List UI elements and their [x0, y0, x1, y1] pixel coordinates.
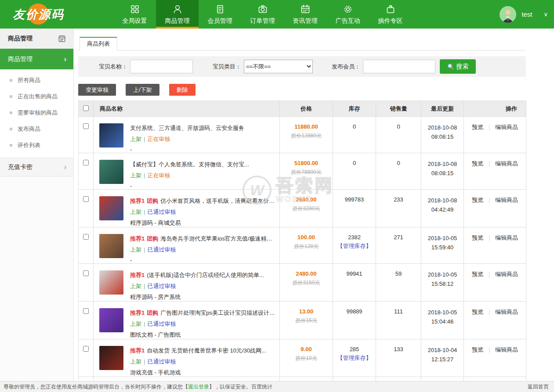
sales-value: 0 [376, 117, 421, 153]
logout-link[interactable]: 退出登录 [188, 383, 209, 391]
publisher-input[interactable] [363, 60, 435, 73]
nav-item-商品管理[interactable]: 商品管理 [156, 0, 199, 29]
row-checkbox[interactable] [83, 270, 89, 276]
search-icon [447, 63, 454, 70]
stock-value: 0 [333, 160, 376, 166]
edit-product-link[interactable]: 编辑商品 [495, 346, 518, 353]
row-checkbox[interactable] [83, 123, 89, 129]
on-shelf-status: 上架 [130, 358, 141, 365]
tab-product-list[interactable]: 商品列表 [80, 37, 117, 50]
preview-link[interactable]: 预览 [472, 271, 483, 277]
edit-product-link[interactable]: 编辑商品 [495, 124, 518, 130]
product-thumbnail[interactable] [99, 346, 123, 370]
edit-product-link[interactable]: 编辑商品 [495, 309, 518, 315]
product-tag: 团购 [147, 235, 158, 242]
nav-item-插件专区[interactable]: 插件专区 [369, 0, 412, 29]
price-value: 51800.00 [280, 160, 333, 166]
product-thumbnail[interactable] [99, 308, 123, 332]
category-select[interactable]: ==不限== [244, 60, 313, 73]
sidebar-item-recharge-cards[interactable]: 充值卡密 › [0, 158, 73, 176]
price-value: 2680.00 [280, 196, 333, 203]
product-category: 图纸文档 - 广告图纸 [130, 331, 275, 339]
audit-status: 已通过审核 [147, 209, 176, 215]
row-checkbox[interactable] [83, 196, 89, 202]
product-thumbnail[interactable] [99, 234, 123, 258]
nav-item-全局设置[interactable]: 全局设置 [113, 0, 156, 29]
back-home-link[interactable]: 返回首页 [528, 383, 549, 391]
product-title[interactable]: 推荐1(送手机版)适合中介门店或经纪人使用的简单... [130, 271, 264, 279]
product-status: 上架|已通过审核 [130, 282, 264, 290]
sidebar-item-正在出售的商品[interactable]: 正在出售的商品 [0, 88, 73, 104]
product-thumbnail[interactable] [99, 123, 123, 147]
chevron-down-icon[interactable]: ∨ [543, 11, 548, 18]
product-title[interactable]: 推荐1自动发货 无货赔付魔兽世界卡密 10元/30战网... [130, 347, 266, 355]
manage-stock-link[interactable]: 【管理库存】 [333, 354, 376, 362]
sidebar-item-goods-management[interactable]: 商品管理 › [0, 49, 73, 69]
sidebar-title: 商品管理 [0, 29, 73, 49]
on-shelf-status: 上架 [130, 209, 141, 215]
product-category: - [130, 257, 275, 263]
product-thumbnail[interactable] [99, 196, 123, 220]
product-category: 程序源码 - 房产系统 [130, 293, 264, 301]
preview-link[interactable]: 预览 [472, 124, 483, 130]
on-off-shelf-button[interactable]: 上/下架 [126, 84, 159, 96]
nav-item-订单管理[interactable]: 订单管理 [241, 0, 284, 29]
product-tag: 推荐1 [130, 309, 145, 316]
sidebar-title-label: 商品管理 [8, 35, 33, 43]
sidebar-item-需要审核的商品[interactable]: 需要审核的商品 [0, 104, 73, 121]
edit-product-link[interactable]: 编辑商品 [495, 197, 518, 203]
table-row: 推荐1团购发货到20点 未激活Apple/苹果 iPhone 7 Plu... … [79, 377, 526, 381]
on-shelf-status: 上架 [130, 320, 141, 327]
sidebar-item-发布商品[interactable]: 发布商品 [0, 121, 73, 137]
product-title[interactable]: 【威付宝】个人免签系统。支持微信、支付宝... [130, 161, 249, 169]
row-checkbox[interactable] [83, 234, 89, 240]
select-all-checkbox[interactable] [83, 105, 89, 111]
product-title[interactable]: 推荐1团购广告图片处理淘宝ps美工设计宝贝描述设计详... [130, 309, 275, 317]
sidebar-item-所有商品[interactable]: 所有商品 [0, 72, 73, 88]
preview-link[interactable]: 预览 [472, 309, 483, 315]
nav-item-资讯管理[interactable]: 资讯管理 [284, 0, 326, 29]
delete-button[interactable]: 删除 [169, 84, 196, 96]
manage-stock-link[interactable]: 【管理库存】 [333, 242, 376, 250]
on-shelf-status: 上架 [130, 172, 141, 179]
edit-product-link[interactable]: 编辑商品 [495, 160, 518, 167]
camera-icon [257, 4, 268, 15]
user-menu[interactable]: test ∨ [500, 0, 548, 29]
main-nav: 全局设置商品管理会员管理订单管理资讯管理广告互动插件专区 [113, 0, 412, 29]
brand-logo[interactable]: 友价源码 [0, 0, 77, 29]
preview-link[interactable]: 预览 [472, 197, 483, 203]
row-checkbox[interactable] [83, 160, 89, 165]
preview-link[interactable]: 预览 [472, 160, 483, 167]
product-tag: 推荐1 [130, 198, 145, 204]
edit-product-link[interactable]: 编辑商品 [495, 234, 518, 241]
row-checkbox[interactable] [83, 308, 89, 314]
original-price: 原价78800元 [280, 169, 333, 176]
row-checkbox[interactable] [83, 346, 89, 352]
product-thumbnail[interactable] [99, 270, 123, 295]
bullet-icon [10, 128, 12, 130]
footer-notice-suffix: ，以保证安全。百度统计 [214, 383, 272, 391]
product-status: 上架|已通过审核 [130, 208, 275, 216]
product-title[interactable]: 推荐1团购仿小米首页风格，送手机版，清爽耐看友价商... [130, 197, 275, 205]
last-updated: 2018-10-0804:42:49 [421, 190, 464, 227]
nav-item-广告互动[interactable]: 广告互动 [326, 0, 369, 29]
search-button[interactable]: 搜索 [440, 59, 476, 74]
table-row: 推荐1团购广告图片处理淘宝ps美工设计宝贝描述设计详... 上架|已通过审核 图… [79, 302, 526, 339]
stock-value: 999783 [333, 196, 376, 203]
product-name-input[interactable] [130, 60, 193, 73]
stock-value: 99941 [333, 270, 376, 277]
product-thumbnail[interactable] [99, 160, 123, 184]
edit-product-link[interactable]: 编辑商品 [495, 271, 518, 277]
product-title[interactable]: 推荐1团购海岛奇兵手游代充苹果ios官方充值/极速精准... [130, 235, 275, 243]
on-shelf-status: 上架 [130, 136, 141, 142]
product-title[interactable]: 支付系统、三方通道、开放源码、云安全服务 [130, 124, 244, 132]
preview-link[interactable]: 预览 [472, 346, 483, 353]
sidebar-item-评价列表[interactable]: 评价列表 [0, 137, 73, 153]
sidebar: 商品管理 商品管理 › 所有商品正在出售的商品需要审核的商品发布商品评价列表 充… [0, 29, 74, 381]
change-audit-button[interactable]: 变更审核 [78, 84, 116, 96]
product-category: 游戏充值 - 手机游戏 [130, 369, 266, 377]
nav-item-label: 全局设置 [123, 17, 147, 25]
nav-item-会员管理[interactable]: 会员管理 [199, 0, 241, 29]
preview-link[interactable]: 预览 [472, 234, 483, 241]
grid-icon [129, 4, 141, 15]
